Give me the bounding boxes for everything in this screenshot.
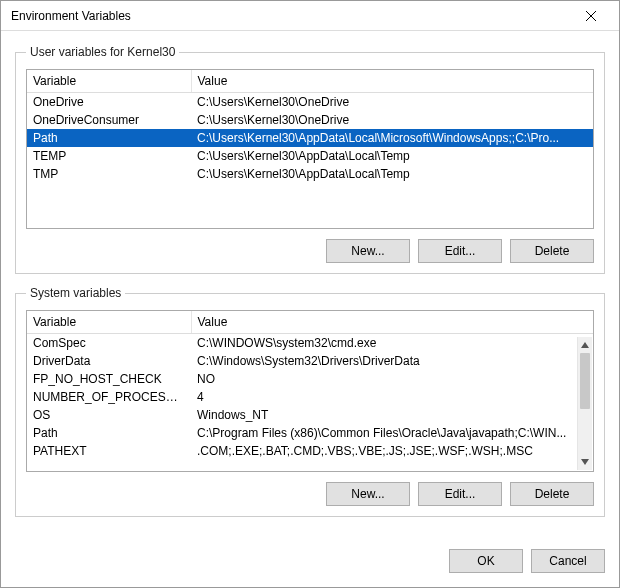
system-col-variable[interactable]: Variable: [27, 311, 191, 334]
system-button-row: New... Edit... Delete: [26, 482, 594, 506]
system-scrollbar[interactable]: [577, 337, 592, 470]
cell-variable: NUMBER_OF_PROCESSORS: [27, 388, 191, 406]
svg-marker-3: [581, 459, 589, 465]
table-row[interactable]: PathC:\Users\Kernel30\AppData\Local\Micr…: [27, 129, 593, 147]
cell-value: C:\Windows\System32\Drivers\DriverData: [191, 352, 593, 370]
cell-variable: DriverData: [27, 352, 191, 370]
user-variables-group: User variables for Kernel30 Variable Val…: [15, 45, 605, 274]
dialog-footer: OK Cancel: [1, 549, 619, 587]
system-col-value[interactable]: Value: [191, 311, 593, 334]
table-row[interactable]: DriverDataC:\Windows\System32\Drivers\Dr…: [27, 352, 593, 370]
cell-value: C:\Users\Kernel30\AppData\Local\Temp: [191, 147, 593, 165]
table-row[interactable]: OSWindows_NT: [27, 406, 593, 424]
scrollbar-track[interactable]: [578, 353, 592, 454]
table-row[interactable]: NUMBER_OF_PROCESSORS4: [27, 388, 593, 406]
user-button-row: New... Edit... Delete: [26, 239, 594, 263]
user-col-value[interactable]: Value: [191, 70, 593, 93]
scroll-up-arrow[interactable]: [578, 337, 592, 353]
cell-value: C:\WINDOWS\system32\cmd.exe: [191, 334, 593, 353]
cell-value: C:\Users\Kernel30\AppData\Local\Temp: [191, 165, 593, 183]
table-row[interactable]: OneDriveC:\Users\Kernel30\OneDrive: [27, 93, 593, 112]
table-row[interactable]: TEMPC:\Users\Kernel30\AppData\Local\Temp: [27, 147, 593, 165]
table-row[interactable]: PathC:\Program Files (x86)\Common Files\…: [27, 424, 593, 442]
cell-variable: OneDrive: [27, 93, 191, 112]
table-row[interactable]: PATHEXT.COM;.EXE;.BAT;.CMD;.VBS;.VBE;.JS…: [27, 442, 593, 460]
cell-variable: OneDriveConsumer: [27, 111, 191, 129]
system-variables-legend: System variables: [26, 286, 125, 300]
env-vars-dialog: Environment Variables User variables for…: [0, 0, 620, 588]
dialog-content: User variables for Kernel30 Variable Val…: [1, 31, 619, 549]
system-variables-table[interactable]: Variable Value ComSpecC:\WINDOWS\system3…: [27, 311, 593, 460]
cell-variable: TMP: [27, 165, 191, 183]
cell-value: C:\Program Files (x86)\Common Files\Orac…: [191, 424, 593, 442]
cell-value: C:\Users\Kernel30\OneDrive: [191, 111, 593, 129]
cell-variable: Path: [27, 129, 191, 147]
user-variables-table[interactable]: Variable Value OneDriveC:\Users\Kernel30…: [27, 70, 593, 183]
cell-variable: PATHEXT: [27, 442, 191, 460]
cell-variable: Path: [27, 424, 191, 442]
table-row[interactable]: TMPC:\Users\Kernel30\AppData\Local\Temp: [27, 165, 593, 183]
user-new-button[interactable]: New...: [326, 239, 410, 263]
cell-value: 4: [191, 388, 593, 406]
table-row[interactable]: ComSpecC:\WINDOWS\system32\cmd.exe: [27, 334, 593, 353]
user-col-variable[interactable]: Variable: [27, 70, 191, 93]
user-edit-button[interactable]: Edit...: [418, 239, 502, 263]
table-row[interactable]: OneDriveConsumerC:\Users\Kernel30\OneDri…: [27, 111, 593, 129]
close-icon: [586, 11, 596, 21]
cancel-button[interactable]: Cancel: [531, 549, 605, 573]
cell-variable: FP_NO_HOST_CHECK: [27, 370, 191, 388]
cell-value: C:\Users\Kernel30\AppData\Local\Microsof…: [191, 129, 593, 147]
user-variables-legend: User variables for Kernel30: [26, 45, 179, 59]
system-variables-table-wrap: Variable Value ComSpecC:\WINDOWS\system3…: [26, 310, 594, 472]
svg-marker-2: [581, 342, 589, 348]
titlebar: Environment Variables: [1, 1, 619, 31]
system-edit-button[interactable]: Edit...: [418, 482, 502, 506]
table-row[interactable]: FP_NO_HOST_CHECKNO: [27, 370, 593, 388]
user-variables-table-wrap: Variable Value OneDriveC:\Users\Kernel30…: [26, 69, 594, 229]
cell-variable: OS: [27, 406, 191, 424]
window-title: Environment Variables: [11, 9, 131, 23]
system-new-button[interactable]: New...: [326, 482, 410, 506]
cell-value: .COM;.EXE;.BAT;.CMD;.VBS;.VBE;.JS;.JSE;.…: [191, 442, 593, 460]
system-variables-group: System variables Variable Value ComSpecC…: [15, 286, 605, 517]
user-delete-button[interactable]: Delete: [510, 239, 594, 263]
cell-value: C:\Users\Kernel30\OneDrive: [191, 93, 593, 112]
close-button[interactable]: [571, 2, 611, 30]
cell-value: NO: [191, 370, 593, 388]
cell-variable: ComSpec: [27, 334, 191, 353]
cell-value: Windows_NT: [191, 406, 593, 424]
cell-variable: TEMP: [27, 147, 191, 165]
scrollbar-thumb[interactable]: [580, 353, 590, 409]
scroll-down-arrow[interactable]: [578, 454, 592, 470]
ok-button[interactable]: OK: [449, 549, 523, 573]
chevron-down-icon: [581, 458, 589, 466]
chevron-up-icon: [581, 341, 589, 349]
system-delete-button[interactable]: Delete: [510, 482, 594, 506]
